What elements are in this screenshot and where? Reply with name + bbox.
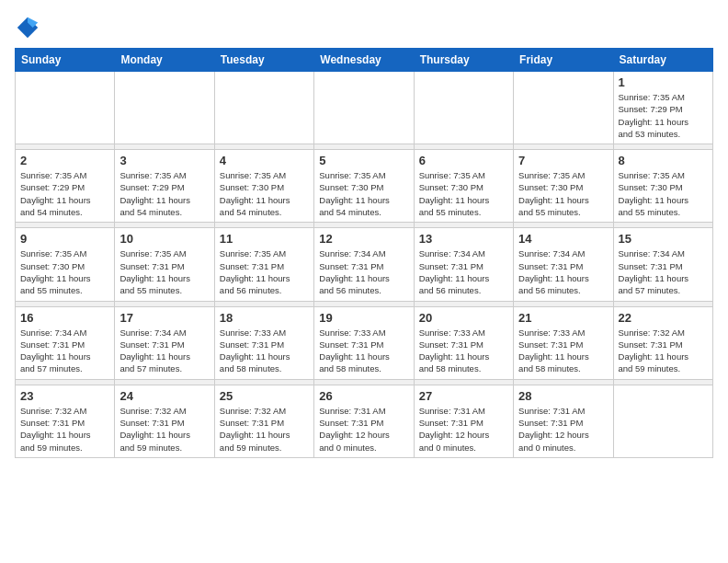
day-number: 24 bbox=[119, 389, 209, 403]
day-info: Sunrise: 7:32 AMSunset: 7:31 PMDaylight:… bbox=[220, 405, 309, 454]
day-info: Sunrise: 7:35 AMSunset: 7:29 PMDaylight:… bbox=[619, 91, 708, 140]
calendar-day-cell bbox=[214, 72, 313, 144]
day-info: Sunrise: 7:32 AMSunset: 7:31 PMDaylight:… bbox=[119, 405, 209, 454]
calendar-day-cell: 24Sunrise: 7:32 AMSunset: 7:31 PMDayligh… bbox=[115, 385, 214, 457]
day-number: 28 bbox=[518, 389, 608, 403]
calendar-day-cell: 6Sunrise: 7:35 AMSunset: 7:30 PMDaylight… bbox=[414, 150, 513, 223]
day-info: Sunrise: 7:35 AMSunset: 7:31 PMDaylight:… bbox=[119, 247, 209, 296]
page-header bbox=[15, 15, 713, 40]
weekday-header-row: SundayMondayTuesdayWednesdayThursdayFrid… bbox=[16, 49, 713, 72]
weekday-header-monday: Monday bbox=[115, 49, 214, 72]
day-info: Sunrise: 7:35 AMSunset: 7:30 PMDaylight:… bbox=[619, 169, 708, 218]
calendar-day-cell: 20Sunrise: 7:33 AMSunset: 7:31 PMDayligh… bbox=[414, 306, 513, 379]
day-info: Sunrise: 7:34 AMSunset: 7:31 PMDaylight:… bbox=[619, 247, 708, 296]
calendar-day-cell bbox=[414, 72, 513, 144]
day-number: 17 bbox=[119, 311, 209, 325]
calendar-day-cell: 23Sunrise: 7:32 AMSunset: 7:31 PMDayligh… bbox=[16, 385, 115, 457]
day-number: 25 bbox=[220, 389, 309, 403]
calendar-day-cell: 25Sunrise: 7:32 AMSunset: 7:31 PMDayligh… bbox=[214, 385, 313, 457]
logo bbox=[15, 15, 44, 40]
day-info: Sunrise: 7:35 AMSunset: 7:30 PMDaylight:… bbox=[518, 169, 608, 218]
day-info: Sunrise: 7:32 AMSunset: 7:31 PMDaylight:… bbox=[619, 327, 708, 375]
calendar-week-row: 16Sunrise: 7:34 AMSunset: 7:31 PMDayligh… bbox=[16, 306, 713, 379]
weekday-header-sunday: Sunday bbox=[16, 49, 115, 72]
calendar-day-cell: 27Sunrise: 7:31 AMSunset: 7:31 PMDayligh… bbox=[414, 385, 513, 457]
day-number: 6 bbox=[419, 154, 508, 167]
day-info: Sunrise: 7:34 AMSunset: 7:31 PMDaylight:… bbox=[419, 247, 508, 296]
weekday-header-saturday: Saturday bbox=[613, 49, 712, 72]
calendar-day-cell: 26Sunrise: 7:31 AMSunset: 7:31 PMDayligh… bbox=[314, 385, 414, 457]
weekday-header-tuesday: Tuesday bbox=[214, 49, 313, 72]
day-number: 19 bbox=[319, 311, 408, 325]
day-number: 27 bbox=[419, 389, 508, 403]
calendar-day-cell: 8Sunrise: 7:35 AMSunset: 7:30 PMDaylight… bbox=[613, 150, 712, 223]
calendar-day-cell: 22Sunrise: 7:32 AMSunset: 7:31 PMDayligh… bbox=[613, 306, 712, 379]
day-number: 8 bbox=[619, 154, 708, 167]
day-info: Sunrise: 7:31 AMSunset: 7:31 PMDaylight:… bbox=[319, 405, 408, 454]
calendar-day-cell: 19Sunrise: 7:33 AMSunset: 7:31 PMDayligh… bbox=[314, 306, 414, 379]
calendar-day-cell: 11Sunrise: 7:35 AMSunset: 7:31 PMDayligh… bbox=[214, 228, 313, 301]
day-info: Sunrise: 7:35 AMSunset: 7:31 PMDaylight:… bbox=[220, 247, 309, 296]
day-number: 3 bbox=[119, 154, 209, 167]
day-info: Sunrise: 7:35 AMSunset: 7:30 PMDaylight:… bbox=[220, 169, 309, 218]
day-info: Sunrise: 7:34 AMSunset: 7:31 PMDaylight:… bbox=[518, 247, 608, 296]
day-number: 23 bbox=[20, 389, 109, 403]
calendar-day-cell: 16Sunrise: 7:34 AMSunset: 7:31 PMDayligh… bbox=[16, 306, 115, 379]
day-number: 13 bbox=[419, 232, 508, 246]
day-info: Sunrise: 7:34 AMSunset: 7:31 PMDaylight:… bbox=[319, 247, 408, 296]
day-number: 1 bbox=[619, 75, 708, 89]
calendar-day-cell: 5Sunrise: 7:35 AMSunset: 7:30 PMDaylight… bbox=[314, 150, 414, 223]
day-info: Sunrise: 7:35 AMSunset: 7:30 PMDaylight:… bbox=[20, 247, 109, 296]
day-info: Sunrise: 7:32 AMSunset: 7:31 PMDaylight:… bbox=[20, 405, 109, 454]
calendar-table: SundayMondayTuesdayWednesdayThursdayFrid… bbox=[15, 48, 713, 458]
day-number: 11 bbox=[220, 232, 309, 246]
weekday-header-thursday: Thursday bbox=[414, 49, 513, 72]
day-number: 10 bbox=[119, 232, 209, 246]
calendar-day-cell: 18Sunrise: 7:33 AMSunset: 7:31 PMDayligh… bbox=[214, 306, 313, 379]
calendar-week-row: 1Sunrise: 7:35 AMSunset: 7:29 PMDaylight… bbox=[16, 72, 713, 144]
day-info: Sunrise: 7:31 AMSunset: 7:31 PMDaylight:… bbox=[518, 405, 608, 454]
calendar-week-row: 23Sunrise: 7:32 AMSunset: 7:31 PMDayligh… bbox=[16, 385, 713, 457]
calendar-day-cell: 10Sunrise: 7:35 AMSunset: 7:31 PMDayligh… bbox=[115, 228, 214, 301]
calendar-day-cell: 28Sunrise: 7:31 AMSunset: 7:31 PMDayligh… bbox=[514, 385, 613, 457]
calendar-day-cell: 1Sunrise: 7:35 AMSunset: 7:29 PMDaylight… bbox=[613, 72, 712, 144]
day-number: 21 bbox=[518, 311, 608, 325]
day-info: Sunrise: 7:35 AMSunset: 7:29 PMDaylight:… bbox=[119, 169, 209, 218]
day-number: 5 bbox=[319, 154, 408, 167]
day-number: 16 bbox=[20, 311, 109, 325]
day-number: 22 bbox=[619, 311, 708, 325]
day-info: Sunrise: 7:35 AMSunset: 7:30 PMDaylight:… bbox=[319, 169, 408, 218]
calendar-day-cell: 7Sunrise: 7:35 AMSunset: 7:30 PMDaylight… bbox=[514, 150, 613, 223]
day-number: 12 bbox=[319, 232, 408, 246]
day-info: Sunrise: 7:33 AMSunset: 7:31 PMDaylight:… bbox=[220, 327, 309, 375]
calendar-day-cell: 13Sunrise: 7:34 AMSunset: 7:31 PMDayligh… bbox=[414, 228, 513, 301]
day-number: 14 bbox=[518, 232, 608, 246]
day-number: 2 bbox=[20, 154, 109, 167]
calendar-day-cell: 3Sunrise: 7:35 AMSunset: 7:29 PMDaylight… bbox=[115, 150, 214, 223]
day-info: Sunrise: 7:34 AMSunset: 7:31 PMDaylight:… bbox=[20, 327, 109, 375]
day-number: 20 bbox=[419, 311, 508, 325]
calendar-week-row: 9Sunrise: 7:35 AMSunset: 7:30 PMDaylight… bbox=[16, 228, 713, 301]
day-info: Sunrise: 7:34 AMSunset: 7:31 PMDaylight:… bbox=[119, 327, 209, 375]
calendar-day-cell: 9Sunrise: 7:35 AMSunset: 7:30 PMDaylight… bbox=[16, 228, 115, 301]
day-number: 18 bbox=[220, 311, 309, 325]
logo-icon bbox=[15, 15, 40, 40]
day-info: Sunrise: 7:33 AMSunset: 7:31 PMDaylight:… bbox=[319, 327, 408, 375]
calendar-day-cell bbox=[115, 72, 214, 144]
calendar-day-cell: 17Sunrise: 7:34 AMSunset: 7:31 PMDayligh… bbox=[115, 306, 214, 379]
calendar-week-row: 2Sunrise: 7:35 AMSunset: 7:29 PMDaylight… bbox=[16, 150, 713, 223]
day-number: 9 bbox=[20, 232, 109, 246]
day-info: Sunrise: 7:33 AMSunset: 7:31 PMDaylight:… bbox=[419, 327, 508, 375]
calendar-day-cell bbox=[514, 72, 613, 144]
day-number: 26 bbox=[319, 389, 408, 403]
day-number: 15 bbox=[619, 232, 708, 246]
calendar-day-cell bbox=[314, 72, 414, 144]
day-info: Sunrise: 7:31 AMSunset: 7:31 PMDaylight:… bbox=[419, 405, 508, 454]
calendar-day-cell: 4Sunrise: 7:35 AMSunset: 7:30 PMDaylight… bbox=[214, 150, 313, 223]
calendar-day-cell bbox=[613, 385, 712, 457]
day-info: Sunrise: 7:35 AMSunset: 7:30 PMDaylight:… bbox=[419, 169, 508, 218]
calendar-day-cell: 12Sunrise: 7:34 AMSunset: 7:31 PMDayligh… bbox=[314, 228, 414, 301]
calendar-day-cell: 21Sunrise: 7:33 AMSunset: 7:31 PMDayligh… bbox=[514, 306, 613, 379]
day-number: 7 bbox=[518, 154, 608, 167]
weekday-header-wednesday: Wednesday bbox=[314, 49, 414, 72]
